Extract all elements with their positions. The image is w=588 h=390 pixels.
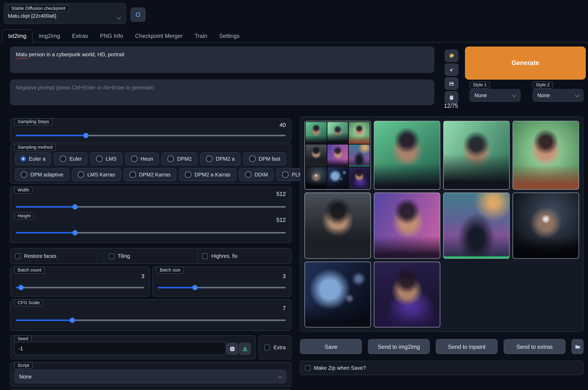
radio-lms-karras[interactable]: LMS Karras: [72, 168, 121, 181]
restore-faces-checkbox[interactable]: Restore faces: [11, 253, 104, 259]
radio-dpm2[interactable]: DPM2: [162, 152, 197, 165]
sampling-steps-value[interactable]: 40: [279, 122, 286, 128]
batch-count-block: Batch count 3: [10, 267, 150, 297]
thumb-3: [349, 122, 370, 144]
width-slider[interactable]: [16, 204, 286, 209]
random-seed-button[interactable]: [226, 343, 238, 355]
gallery-item-7[interactable]: [513, 193, 579, 258]
prompt-tools: [445, 49, 458, 104]
radio-lms[interactable]: LMS: [90, 152, 122, 165]
cfg-scale-block: CFG Scale 7: [10, 299, 291, 331]
tab-settings[interactable]: Settings: [213, 30, 246, 42]
dice-icon: [229, 346, 235, 352]
gallery-item-8[interactable]: [305, 261, 371, 327]
generate-label: Generate: [511, 59, 539, 67]
radio-dpm-fast[interactable]: DPM fast: [243, 152, 286, 165]
seed-block: Seed: [10, 335, 256, 359]
tab-png-info[interactable]: PNG Info: [94, 30, 129, 42]
style2-dropdown[interactable]: None: [533, 89, 584, 102]
paste-params-button[interactable]: [445, 63, 458, 76]
gallery-item-1[interactable]: [374, 121, 440, 190]
radio-dpm2-a-karras[interactable]: DPM2 a Karras: [179, 168, 236, 181]
sampling-methods-row2: DPM adaptive LMS Karras DPM2 Karras DPM2…: [15, 168, 286, 181]
extra-checkbox[interactable]: Extra: [265, 344, 286, 350]
slider-knob[interactable]: [83, 133, 88, 138]
width-value[interactable]: 512: [276, 191, 286, 197]
cfg-scale-value[interactable]: 7: [283, 305, 286, 311]
radio-dpm-adaptive[interactable]: DPM adaptive: [15, 168, 69, 181]
radio-dot-selected: [21, 156, 26, 161]
output-buttons-row: Save Send to img2img Send to inpaint Sen…: [300, 339, 584, 353]
radio-euler-a[interactable]: Euler a: [15, 152, 51, 165]
prompt-input[interactable]: Matu person in a cyberpunk world, HD, po…: [10, 47, 434, 73]
make-zip-checkbox[interactable]: Make Zip when Save?: [305, 365, 366, 371]
generate-button[interactable]: Generate: [465, 47, 586, 80]
extra-seed-block: Extra: [259, 335, 291, 359]
tab-checkpoint-merger[interactable]: Checkpoint Merger: [129, 30, 189, 42]
send-to-inpaint-button[interactable]: Send to inpaint: [436, 339, 498, 354]
open-folder-button[interactable]: [571, 339, 584, 354]
style1-dropdown[interactable]: None: [470, 89, 520, 102]
checkpoint-dropdown[interactable]: Matu.ckpt [22c400a6]: [8, 13, 122, 19]
refresh-icon: [135, 12, 141, 18]
reuse-seed-button[interactable]: [239, 343, 251, 355]
slider-knob[interactable]: [18, 285, 23, 290]
gallery-item-6[interactable]: [443, 193, 510, 258]
checkbox-icon: [202, 253, 208, 259]
save-button[interactable]: Save: [300, 339, 362, 354]
save-style-button[interactable]: [445, 77, 458, 90]
batch-count-slider[interactable]: [16, 285, 144, 290]
radio-dpm2-a[interactable]: DPM2 a: [200, 152, 240, 165]
checkpoint-block: Stable Diffusion checkpoint Matu.ckpt [2…: [4, 3, 126, 24]
height-value[interactable]: 512: [276, 217, 286, 223]
batch-size-slider[interactable]: [158, 285, 286, 290]
radio-euler[interactable]: Euler: [54, 152, 87, 165]
radio-heun[interactable]: Heun: [125, 152, 159, 165]
slider-knob[interactable]: [192, 285, 197, 290]
tab-img2img[interactable]: img2img: [33, 30, 66, 42]
checkbox-icon: [265, 344, 270, 350]
tab-txt2img[interactable]: txt2img: [2, 29, 33, 43]
apply-style-button[interactable]: [445, 91, 458, 104]
radio-ddim[interactable]: DDIM: [239, 168, 274, 181]
sampling-methods-row1: Euler a Euler LMS Heun DPM2 DPM2 a DPM f…: [15, 152, 286, 165]
radio-dot: [167, 155, 174, 162]
gallery-item-9[interactable]: [374, 261, 440, 327]
send-to-img2img-button[interactable]: Send to img2img: [368, 339, 430, 354]
send-to-extras-button[interactable]: Send to extras: [504, 339, 565, 354]
seed-input[interactable]: [14, 342, 226, 355]
slider-knob[interactable]: [73, 204, 78, 209]
slider-knob[interactable]: [70, 318, 75, 323]
make-zip-block: Make Zip when Save?: [300, 361, 584, 375]
sampling-steps-label: Sampling Steps: [14, 118, 52, 125]
roll-artist-button[interactable]: [445, 49, 458, 62]
script-block: Script None: [10, 362, 291, 387]
refresh-checkpoint-button[interactable]: [130, 7, 146, 22]
slider-knob[interactable]: [73, 230, 78, 235]
batch-size-value[interactable]: 3: [283, 273, 286, 279]
script-dropdown[interactable]: None: [14, 370, 286, 383]
gallery-item-grid-overview[interactable]: [305, 121, 371, 190]
height-slider[interactable]: [16, 230, 286, 235]
highres-fix-checkbox[interactable]: Highres. fix: [197, 248, 291, 264]
thumb-4: [306, 145, 326, 166]
gallery-item-5[interactable]: [374, 193, 440, 258]
gallery-item-2[interactable]: [443, 121, 510, 190]
cfg-scale-slider[interactable]: [16, 318, 286, 323]
chevron-down-icon: [512, 93, 516, 97]
batch-count-value[interactable]: 3: [141, 273, 144, 279]
script-value: None: [19, 374, 32, 380]
sampling-method-label: Sampling method: [14, 144, 56, 151]
sampling-steps-slider[interactable]: [16, 133, 286, 138]
slider-track[interactable]: [16, 287, 144, 288]
tab-train[interactable]: Train: [189, 30, 213, 42]
tiling-checkbox[interactable]: Tiling: [104, 248, 197, 264]
radio-dot: [245, 171, 251, 178]
gallery-item-4[interactable]: [305, 193, 371, 258]
radio-dpm2-karras[interactable]: DPM2 Karras: [124, 168, 176, 181]
style2-label: Style 2: [533, 81, 553, 89]
negative-prompt-input[interactable]: Negative prompt (press Ctrl+Enter or Alt…: [10, 80, 434, 105]
gallery-item-3[interactable]: [513, 121, 579, 190]
tab-extras[interactable]: Extras: [66, 30, 94, 42]
checkbox-icon: [15, 253, 21, 259]
